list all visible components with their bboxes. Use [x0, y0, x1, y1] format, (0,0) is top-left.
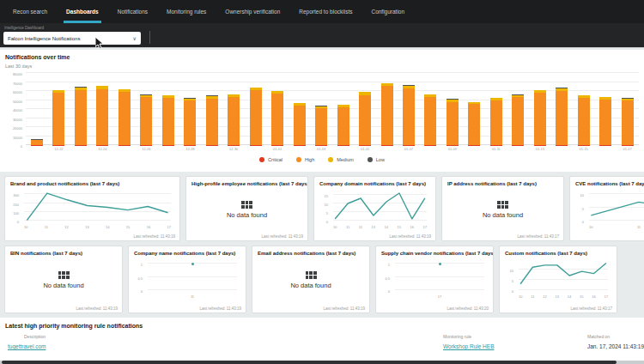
x-tick-label — [337, 147, 349, 151]
bar-01-11 — [490, 98, 502, 145]
legend-item-medium[interactable]: Medium — [328, 157, 354, 162]
bar-segment-high — [271, 94, 283, 144]
legend-label: Critical — [268, 157, 283, 162]
cards-row-1: Brand and product notifications (last 7 … — [0, 172, 644, 241]
notifications-table: DescriptionMonitoring ruleMatched ontuge… — [5, 334, 639, 349]
bar-segment-high — [228, 97, 240, 145]
x-tick-label — [599, 147, 611, 151]
mini-y-tick: 5 — [512, 279, 513, 283]
y-tick-label: 60000 — [13, 90, 22, 94]
mini-y-tick: 5 — [326, 211, 328, 215]
mini-gridline — [395, 289, 484, 290]
mini-y-tick: 0 — [582, 220, 584, 224]
bar-01-05 — [359, 92, 371, 145]
mini-y-axis: 3002001000 — [10, 191, 21, 221]
table-title: Latest high priority monitoring rule not… — [5, 323, 639, 329]
mini-x-tick: 15 — [580, 294, 583, 299]
bar-segment-high — [359, 95, 371, 145]
bar-segment-high — [534, 93, 546, 144]
tab-recon-search[interactable]: Recon search — [3, 0, 57, 23]
column-header-matched-on: Matched on — [587, 334, 644, 343]
card-title: Company name notifications (last 7 days) — [134, 251, 240, 257]
legend-item-low[interactable]: Low — [368, 157, 385, 162]
mini-y-tick: 0.5 — [385, 276, 390, 281]
mini-line-chart: 1510501011121314151617 — [319, 190, 430, 229]
mini-x-tick: 13 — [555, 294, 558, 299]
last-refreshed: Last refreshed: 11:43:19 — [262, 234, 303, 239]
description-link[interactable]: tugettravel.com — [8, 343, 46, 349]
last-refreshed: Last refreshed: 11:43:19 — [134, 234, 175, 239]
tab-configuration[interactable]: Configuration — [361, 0, 414, 23]
tab-monitoring-rules[interactable]: Monitoring rules — [157, 0, 216, 23]
mini-gridline — [395, 276, 484, 277]
x-tick-label — [250, 147, 262, 151]
tab-notifications[interactable]: Notifications — [108, 0, 157, 23]
bars-group — [26, 73, 639, 145]
bar-01-13 — [534, 90, 546, 145]
card-company-domain-notifications-last-7-days: Company domain notifications (last 7 day… — [313, 176, 436, 241]
dashboard-selector-bar: Intelligence Dashboard Falcon Intelligen… — [0, 23, 644, 48]
mini-y-axis: 1050 — [575, 191, 586, 221]
bar-01-08 — [424, 94, 436, 145]
mini-x-tick: 10 — [333, 225, 337, 229]
no-data-label: No data found — [227, 211, 267, 219]
bar-segment-high — [578, 98, 590, 145]
selector-label: Intelligence Dashboard — [4, 26, 641, 30]
x-tick-label — [556, 147, 568, 151]
card-title: IP address notifications (last 7 days) — [447, 181, 558, 187]
x-tick-label — [424, 147, 436, 151]
x-tick-label: 01-05 — [359, 147, 371, 151]
bar-segment-high — [250, 90, 262, 144]
card-title: Supply chain vendor notifications (last … — [381, 251, 488, 257]
mini-y-tick: 0 — [388, 289, 390, 294]
y-tick-label: 80000 — [13, 72, 22, 76]
bar-12-29 — [206, 95, 218, 145]
mini-plot-area — [519, 261, 608, 290]
card-cve-notifications-last-7-days: CVE notifications (last 7 days)105010111… — [569, 176, 644, 241]
y-tick-label: 20000 — [13, 126, 22, 130]
mini-x-tick: 10 — [589, 225, 592, 229]
column-header-description: Description — [5, 334, 443, 343]
bar-12-24 — [96, 86, 108, 145]
mini-x-axis: 1011121314151617 — [519, 292, 608, 299]
bar-12-22 — [52, 90, 64, 145]
tab-ownership-verification[interactable]: Ownership verification — [216, 0, 289, 23]
tab-dashboards[interactable]: Dashboards — [57, 0, 108, 23]
monitoring-rule-link[interactable]: Workshop Rule HEB — [443, 343, 495, 349]
bar-segment-high — [184, 100, 196, 144]
x-tick-label — [75, 147, 87, 151]
mini-y-axis: 151050 — [319, 191, 331, 221]
bar-segment-high — [294, 106, 306, 145]
mini-line-chart: 10.5011 — [134, 259, 240, 299]
mini-y-tick: 300 — [13, 193, 19, 197]
x-tick-label — [512, 147, 524, 151]
mini-y-tick: 10 — [510, 269, 513, 273]
panel-subtitle: Last 30 days — [5, 64, 639, 69]
tab-reported-to-blocklists[interactable]: Reported to blocklists — [289, 0, 361, 23]
legend-dot-low — [368, 157, 373, 162]
mini-x-tick: 13 — [372, 225, 375, 229]
bar-01-10 — [468, 102, 480, 145]
mini-y-tick: 1 — [141, 263, 143, 267]
last-refreshed: Last refreshed: 11:43:17 — [518, 234, 559, 239]
x-tick-label — [294, 147, 306, 151]
x-tick-label — [468, 147, 480, 151]
bar-01-15 — [578, 95, 590, 145]
mini-y-axis: 10.50 — [381, 261, 392, 290]
notifications-over-time-panel: Notifications over time Last 30 days 800… — [0, 50, 644, 172]
bar-segment-high — [403, 88, 415, 145]
scrollbar-thumb[interactable] — [2, 361, 617, 364]
legend-item-high[interactable]: High — [296, 157, 314, 162]
bar-01-03 — [315, 106, 327, 145]
mini-x-tick: 14 — [106, 225, 109, 229]
mini-x-axis: 1011121314151617 — [24, 222, 171, 229]
legend-item-critical[interactable]: Critical — [259, 157, 283, 162]
column-header-monitoring-rule: Monitoring rule — [443, 334, 587, 343]
selector-value: Falcon Intelligence Notifications — [8, 36, 80, 41]
mini-x-axis: 17 — [395, 292, 484, 299]
card-custom-notifications-last-7-days: Custom notifications (last 7 days)105010… — [499, 246, 617, 313]
bar-segment-high — [52, 93, 64, 144]
dashboard-selector[interactable]: Falcon Intelligence Notifications ∨ — [3, 32, 141, 45]
x-tick-label: 12-24 — [96, 147, 108, 151]
bar-01-01 — [271, 91, 283, 145]
